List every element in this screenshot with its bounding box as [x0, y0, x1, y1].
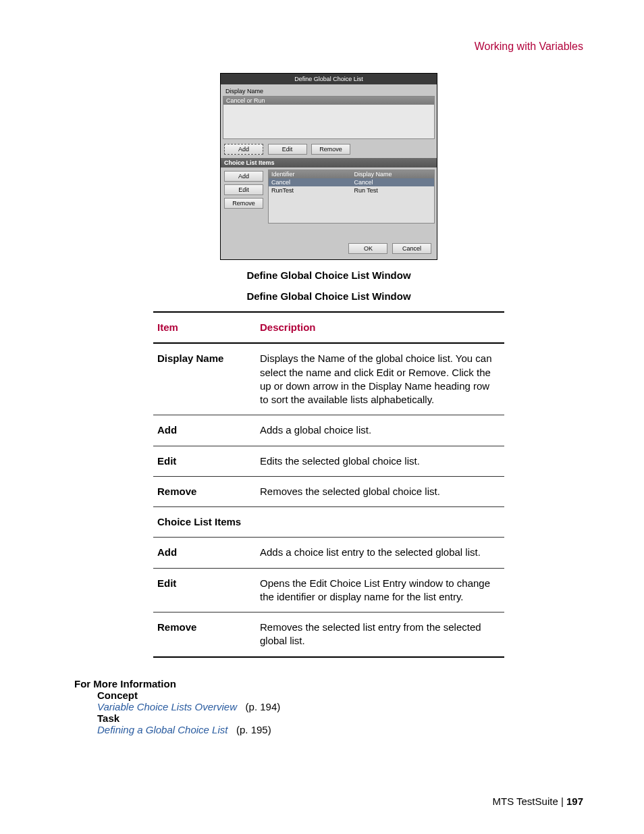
task-heading: Task	[97, 712, 583, 724]
display-name-label: Display Name	[223, 86, 435, 96]
choice-list-items-header: Choice List Items	[221, 158, 437, 167]
table-row[interactable]: Cancel Cancel	[269, 178, 434, 186]
choice-list-table[interactable]: Cancel or Run	[223, 96, 435, 139]
figure-caption: Define Global Choice List Window	[74, 269, 583, 281]
items-add-button[interactable]: Add	[224, 171, 263, 182]
for-more-information: For More Information Concept Variable Ch…	[74, 678, 583, 735]
table-row: Remove Removes the selected global choic…	[153, 476, 504, 506]
th-description: Description	[256, 312, 504, 343]
dialog-screenshot: Define Global Choice List Display Name C…	[220, 73, 437, 260]
col-display-name: Display Name	[352, 170, 435, 178]
breadcrumb: Working with Variables	[74, 41, 583, 53]
list-header-selected: Cancel or Run	[223, 97, 434, 105]
ok-button[interactable]: OK	[348, 243, 387, 254]
section-row: Choice List Items	[153, 507, 504, 538]
col-identifier: Identifier	[269, 170, 352, 178]
table-row[interactable]: RunTest Run Test	[269, 186, 434, 194]
table-row: Edit Opens the Edit Choice List Entry wi…	[153, 568, 504, 613]
concept-page-ref: (p. 194)	[240, 701, 280, 712]
table-row: Edit Edits the selected global choice li…	[153, 446, 504, 476]
dialog-title: Define Global Choice List	[221, 74, 437, 84]
th-item: Item	[153, 312, 256, 343]
task-link[interactable]: Defining a Global Choice List	[97, 724, 227, 735]
more-info-heading: For More Information	[74, 678, 583, 689]
cancel-button[interactable]: Cancel	[392, 243, 431, 254]
reference-table: Item Description Display Name Displays t…	[153, 311, 504, 658]
items-edit-button[interactable]: Edit	[224, 184, 263, 195]
concept-heading: Concept	[97, 689, 583, 701]
edit-button[interactable]: Edit	[268, 144, 307, 155]
page-footer: MTS TestSuite | 197	[492, 796, 583, 807]
table-row: Remove Removes the selected list entry f…	[153, 613, 504, 657]
items-remove-button[interactable]: Remove	[224, 198, 263, 209]
remove-button[interactable]: Remove	[311, 144, 350, 155]
concept-link[interactable]: Variable Choice Lists Overview	[97, 701, 237, 712]
table-title: Define Global Choice List Window	[74, 290, 583, 302]
task-page-ref: (p. 195)	[231, 724, 271, 735]
table-row: Display Name Displays the Name of the gl…	[153, 343, 504, 415]
table-row: Add Adds a choice list entry to the sele…	[153, 538, 504, 568]
items-table[interactable]: Identifier Display Name Cancel Cancel Ru…	[268, 170, 435, 224]
table-row: Add Adds a global choice list.	[153, 415, 504, 446]
add-button[interactable]: Add	[224, 144, 263, 155]
